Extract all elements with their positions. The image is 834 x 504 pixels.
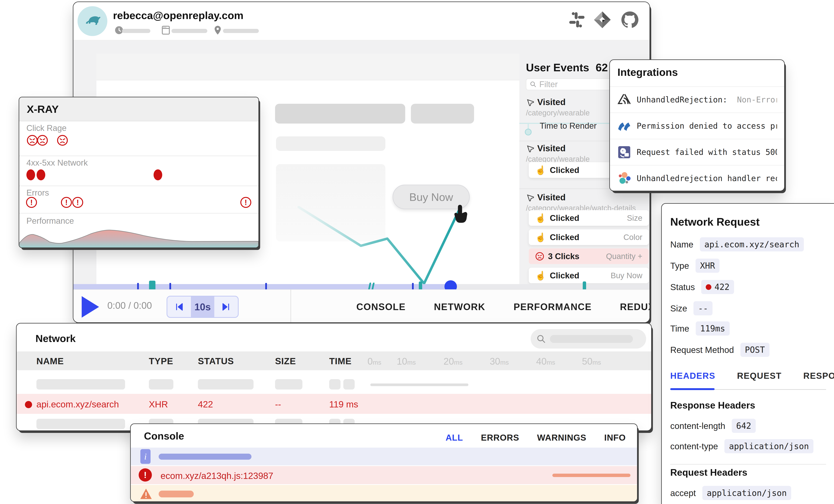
error-exclamation-icon: ! [61, 197, 72, 208]
waves-icon [617, 119, 631, 133]
integration-error-label: Request failed with status 500 [637, 148, 777, 157]
network-error-row[interactable]: api.ecom.xyz/search XHR 422 -- 119 ms [17, 394, 651, 414]
click-hand-icon: ☝ [535, 271, 546, 280]
event-clicked-label: Clicked [550, 233, 579, 242]
column-status[interactable]: STATUS [198, 356, 234, 366]
integration-item-datadog[interactable]: Request failed with status 500 [610, 139, 784, 165]
user-events-title-text: User Events [526, 61, 589, 73]
replay-timeline[interactable] [73, 284, 650, 289]
navigate-icon [526, 98, 534, 106]
column-size[interactable]: SIZE [275, 356, 296, 366]
event-clicked-color-card[interactable]: ☝ Clicked Color [529, 229, 649, 245]
event-visited-label: Visited [537, 97, 566, 107]
player-controls-bar: 0:00 / 0:00 10s CONSOLE NETWORK PERFORMA… [73, 289, 650, 323]
playback-time: 0:00 / 0:00 [107, 300, 152, 311]
tab-request[interactable]: REQUEST [737, 371, 782, 381]
header-content-type: content-type application/json [670, 439, 813, 453]
event-visited-path: /category/wearable [526, 109, 590, 117]
event-rage-clicks-card[interactable]: 3 Clicks Quantity + [529, 248, 649, 264]
elastic-icon [617, 171, 631, 185]
tab-redux[interactable]: REDUX [620, 302, 650, 312]
network-search-placeholder [550, 335, 633, 343]
event-clicked-buynow-card[interactable]: ☝ Clicked Buy Now [529, 268, 649, 283]
tab-network[interactable]: NETWORK [434, 302, 485, 312]
field-label: Name [670, 239, 694, 249]
console-tab-all[interactable]: ALL [445, 433, 463, 443]
skip-forward-button[interactable] [214, 297, 238, 317]
integration-item-sentry[interactable]: UnhandledRejection: Non-Error... [610, 86, 784, 113]
session-header: rebecca@openreplay.com [73, 2, 650, 40]
xray-panel: X-RAY Click Rage 4xx-5xx Network Errors … [19, 97, 259, 248]
event-visited-2[interactable]: Visited [526, 143, 566, 153]
field-status: Status 422 [670, 280, 734, 294]
console-tab-warnings[interactable]: WARNINGS [537, 433, 586, 443]
search-icon [536, 334, 546, 344]
tab-console[interactable]: CONSOLE [356, 302, 405, 312]
console-title: Console [144, 430, 184, 442]
tab-performance[interactable]: PERFORMANCE [514, 302, 592, 312]
tab-response[interactable]: RESPONSE [803, 371, 834, 381]
time-to-render-label: Time to Render [540, 121, 597, 131]
session-duration-placeholder [122, 29, 150, 33]
console-error-placeholder [552, 474, 631, 477]
request-detail-tabs: HEADERS REQUEST RESPONSE [670, 371, 834, 381]
column-time[interactable]: TIME [329, 356, 352, 366]
error-exclamation-icon: ! [240, 197, 251, 208]
error-circle-icon: ! [139, 468, 152, 482]
network-error-dot [37, 169, 45, 180]
location-pin-icon [213, 24, 223, 36]
console-error-row[interactable]: ! ecom.xyz/a213qh.js:123987 [131, 466, 637, 484]
scale-20ms: 20ms [443, 356, 463, 367]
field-label: Time [670, 324, 689, 334]
error-row-size: -- [275, 399, 281, 410]
event-clicked-size-card[interactable]: ☝ Clicked Size [529, 210, 649, 226]
field-time: Time 119ms [670, 322, 730, 335]
scale-50ms: 50ms [582, 356, 601, 367]
jira-icon[interactable] [593, 11, 611, 29]
skeleton-button-bar [411, 104, 474, 124]
integration-item-elastic[interactable]: Unhandledrejection handler rece.. [610, 165, 784, 191]
scale-30ms: 30ms [490, 356, 509, 367]
console-tab-info[interactable]: INFO [604, 433, 626, 443]
header-value: 642 [732, 419, 756, 433]
event-clicked-target: Size [627, 214, 642, 223]
event-clicked-label: Clicked [550, 166, 579, 175]
event-visited-1[interactable]: Visited [526, 97, 566, 107]
scale-10ms: 10ms [397, 356, 416, 367]
console-warning-row[interactable] [131, 485, 637, 502]
network-error-dot [154, 169, 162, 180]
column-type[interactable]: TYPE [149, 356, 173, 366]
field-label: Size [670, 303, 687, 313]
buy-now-label: Buy Now [409, 191, 453, 203]
skip-interval-label[interactable]: 10s [191, 297, 215, 317]
tab-headers[interactable]: HEADERS [670, 371, 715, 381]
field-label: Request Method [670, 345, 734, 355]
user-events-count: 62 [596, 61, 608, 73]
console-info-row[interactable]: i [131, 447, 637, 465]
play-button[interactable] [82, 296, 99, 317]
replayed-page-header [96, 54, 519, 80]
error-exclamation-icon: ! [26, 197, 37, 208]
network-search-field[interactable] [531, 329, 646, 349]
skeleton-text-bar [276, 136, 386, 151]
github-icon[interactable] [621, 11, 639, 29]
angry-face-icon [57, 134, 68, 146]
location-placeholder [223, 29, 259, 33]
slack-icon[interactable] [568, 11, 586, 29]
buy-now-button[interactable]: Buy Now [393, 185, 470, 209]
column-name[interactable]: NAME [37, 356, 64, 366]
console-filter-tabs: ALL ERRORS WARNINGS INFO [445, 433, 626, 443]
field-value: api.ecom.xyz/search [700, 237, 804, 251]
console-tab-errors[interactable]: ERRORS [481, 433, 519, 443]
browser-icon [160, 24, 171, 36]
network-request-title: Network Request [670, 215, 760, 228]
header-value: application/json [724, 439, 813, 453]
integrations-title: Integrations [617, 66, 678, 78]
console-panel: Console ALL ERRORS WARNINGS INFO i ! eco… [130, 423, 638, 502]
integration-item-waves[interactable]: Permission denied to access pro... [610, 113, 784, 139]
datadog-icon [617, 145, 631, 159]
console-warning-placeholder [159, 490, 194, 497]
event-visited-3[interactable]: Visited [526, 192, 566, 202]
header-label: content-length [670, 421, 725, 431]
skip-back-button[interactable] [167, 297, 191, 317]
